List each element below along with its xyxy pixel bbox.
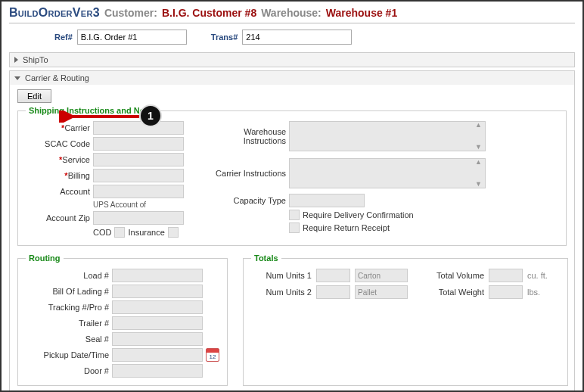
trans-label: Trans# <box>211 33 238 42</box>
car-instr-scroll: ▲ ▼ <box>475 159 484 188</box>
billing-field <box>93 169 184 182</box>
ref-label: Ref# <box>54 33 73 42</box>
pickup-field <box>112 348 203 362</box>
wh-instr-scroll: ▲ ▼ <box>475 122 484 151</box>
billing-label: Billing <box>26 171 90 180</box>
shipping-legend: Shipping Instructions and Notes <box>26 106 160 115</box>
insurance-label: Insurance <box>128 228 164 237</box>
req-deliv-checkbox <box>289 210 300 220</box>
wt-field <box>489 285 523 299</box>
chevron-down-icon <box>14 76 20 80</box>
req-return-checkbox <box>289 222 300 233</box>
scac-label: SCAC Code <box>26 139 90 148</box>
door-field <box>112 364 203 378</box>
warehouse-label: Warehouse: <box>261 7 322 19</box>
shipping-fieldset: Shipping Instructions and Notes Carrier … <box>17 106 567 246</box>
chevron-up-icon: ▲ <box>475 122 484 129</box>
tracking-field <box>112 300 203 314</box>
account-label: Account <box>26 187 90 196</box>
load-label: Load # <box>26 271 109 280</box>
reference-row: Ref# Trans# <box>54 30 575 45</box>
service-label: Service <box>26 155 90 164</box>
bol-field <box>112 285 203 298</box>
scac-field <box>93 137 184 151</box>
ref-input[interactable] <box>77 30 187 45</box>
trailer-label: Trailer # <box>26 319 109 328</box>
num1-field <box>316 269 350 282</box>
tracking-label: Tracking #/Pro # <box>26 303 109 312</box>
vol-unit: cu. ft. <box>527 271 558 280</box>
chevron-down-icon: ▼ <box>475 144 484 151</box>
chevron-up-icon: ▲ <box>475 159 484 166</box>
carrier-panel-body: Edit Shipping Instructions and Notes Car… <box>10 85 574 392</box>
req-deliv-label: Require Delivery Confirmation <box>303 210 414 219</box>
car-instr-field <box>289 158 486 188</box>
page-title: BuildOrderVer3 <box>9 6 100 20</box>
unit2-field: Pallet <box>355 285 408 299</box>
wt-unit: lbs. <box>527 288 558 297</box>
carrier-panel-title: Carrier & Routing <box>25 73 89 82</box>
seal-field <box>112 332 203 346</box>
calendar-icon[interactable] <box>206 348 219 362</box>
vol-field <box>489 269 523 282</box>
shipto-panel-title: ShipTo <box>23 55 48 64</box>
edit-button[interactable]: Edit <box>17 89 51 103</box>
account-zip-label: Account Zip <box>26 213 90 222</box>
wh-instr-label: Warehouse Instructions <box>207 127 286 145</box>
num2-label: Num Units 2 <box>251 288 312 297</box>
num2-field <box>316 285 350 299</box>
shipping-left-col: Carrier SCAC Code Service Billing <box>26 121 184 238</box>
req-return-label: Require Return Receipt <box>303 223 390 232</box>
bol-label: Bill Of Lading # <box>26 287 109 296</box>
unit1-field: Carton <box>355 269 408 282</box>
vol-label: Total Volume <box>416 271 484 280</box>
pickup-label: Pickup Date/Time <box>26 350 109 359</box>
service-field <box>93 153 184 166</box>
account-note: UPS Account of <box>93 201 184 209</box>
carrier-label: Carrier <box>26 123 90 132</box>
shipto-panel: ShipTo <box>9 52 575 67</box>
num1-label: Num Units 1 <box>251 271 312 280</box>
wt-label: Total Weight <box>416 288 484 297</box>
trailer-field <box>112 316 203 330</box>
seal-label: Seal # <box>26 334 109 344</box>
chevron-down-icon: ▼ <box>475 181 484 188</box>
account-zip-field <box>93 211 184 225</box>
account-field <box>93 185 184 198</box>
totals-legend: Totals <box>251 254 281 263</box>
shipping-right-col: Warehouse Instructions ▲ ▼ Carrier Instr… <box>207 121 486 238</box>
trans-input[interactable] <box>242 30 352 45</box>
shipto-panel-header[interactable]: ShipTo <box>10 53 574 67</box>
warehouse-value: Warehouse #1 <box>326 7 397 19</box>
routing-legend: Routing <box>26 254 64 263</box>
customer-label: Customer: <box>104 7 157 19</box>
cod-label: COD <box>93 228 111 237</box>
totals-fieldset: Totals Num Units 1 Carton Total Volume c… <box>243 254 568 386</box>
page-header: BuildOrderVer3 Customer: B.I.G. Customer… <box>9 6 575 23</box>
carrier-panel: Carrier & Routing Edit Shipping Instruct… <box>9 70 575 392</box>
wh-instr-field <box>289 121 486 151</box>
carrier-panel-header[interactable]: Carrier & Routing <box>10 71 574 85</box>
car-instr-label: Carrier Instructions <box>207 169 286 178</box>
insurance-checkbox <box>168 227 179 238</box>
door-label: Door # <box>26 366 109 375</box>
capacity-field <box>289 194 365 207</box>
routing-fieldset: Routing Load # Bill Of Lading # Tracking… <box>17 254 228 386</box>
customer-value: B.I.G. Customer #8 <box>162 7 256 19</box>
chevron-right-icon <box>14 57 18 63</box>
carrier-field <box>93 121 184 135</box>
capacity-label: Capacity Type <box>207 196 286 205</box>
load-field <box>112 269 203 282</box>
cod-checkbox <box>114 227 125 238</box>
